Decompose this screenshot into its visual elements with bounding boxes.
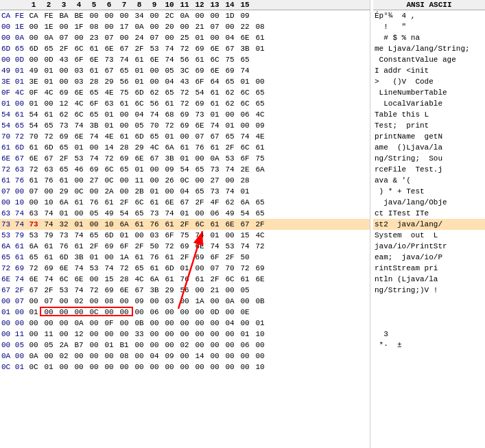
hex-byte[interactable]: 0F [102,319,117,327]
hex-byte[interactable]: 00 [192,363,207,371]
hex-byte[interactable]: 00 [132,308,147,316]
hex-byte[interactable]: 73 [56,231,71,239]
hex-byte[interactable]: 76 [147,220,162,228]
hex-byte[interactable]: 03 [71,67,86,75]
hex-byte[interactable]: 70 [147,121,162,130]
hex-byte[interactable]: 61 [207,220,222,228]
hex-byte[interactable]: 65 [41,45,56,53]
hex-byte[interactable]: 00 [86,12,102,20]
hex-byte[interactable]: 61 [86,67,102,75]
hex-byte[interactable]: 00 [86,330,102,338]
hex-byte[interactable]: 00 [117,34,132,42]
hex-byte[interactable]: 6E [222,220,237,228]
hex-byte[interactable]: 6E [71,275,86,283]
hex-byte[interactable]: 29 [102,78,117,86]
hex-byte[interactable]: 08 [86,23,102,31]
hex-byte[interactable]: 00 [56,78,71,86]
hex-byte[interactable]: 43 [177,78,192,86]
hex-byte[interactable]: 00 [86,297,102,305]
hex-byte[interactable]: 6A [56,198,71,207]
hex-byte[interactable]: 2F [56,45,71,53]
hex-byte[interactable]: 61 [132,253,147,261]
hex-byte[interactable]: 4E [102,89,117,97]
hex-byte[interactable]: 6A [162,143,177,152]
hex-byte[interactable]: 61 [162,99,177,108]
hex-byte[interactable]: 2F [177,220,192,228]
hex-byte[interactable]: 72 [41,132,56,141]
hex-byte[interactable]: 6A [147,275,162,283]
hex-byte[interactable]: 6A [237,198,252,207]
hex-byte[interactable]: 67 [237,220,252,228]
hex-byte[interactable]: 00 [147,165,162,174]
hex-byte[interactable]: 6D [102,231,117,239]
hex-byte[interactable]: 2F [222,253,237,261]
hex-byte[interactable]: 64 [207,78,222,86]
hex-row[interactable]: 01 000100124C6F63616C5661726961626C65 [0,98,370,109]
hex-byte[interactable]: 00 [237,352,252,360]
hex-byte[interactable]: 00 [102,330,117,338]
hex-byte[interactable]: 00 [222,110,237,119]
hex-byte[interactable]: 0B [252,297,268,305]
hex-byte[interactable]: 3B [237,45,252,53]
hex-byte[interactable]: 00 [26,23,41,31]
hex-byte[interactable]: 00 [252,341,268,349]
hex-byte[interactable]: 53 [222,242,237,250]
hex-byte[interactable]: 74 [192,231,207,239]
hex-byte[interactable]: 73 [26,220,41,228]
hex-byte[interactable]: 3B [86,121,102,130]
hex-byte[interactable]: 69 [192,45,207,53]
hex-row[interactable]: 00 1100110012000000330000000000000110 [0,329,370,340]
hex-byte[interactable]: 2F [177,253,192,261]
hex-byte[interactable]: 73 [192,110,207,119]
hex-byte[interactable]: 0A [132,23,147,31]
hex-byte[interactable]: 61 [26,176,41,185]
hex-byte[interactable]: 61 [207,143,222,152]
hex-byte[interactable]: 75 [177,231,192,239]
hex-byte[interactable]: 28 [237,176,252,185]
hex-byte[interactable]: 6E [26,154,41,163]
hex-byte[interactable]: 00 [41,99,56,108]
hex-byte[interactable]: 05 [41,341,56,349]
hex-byte[interactable]: 74 [71,286,86,294]
hex-byte[interactable]: 49 [222,209,237,217]
hex-byte[interactable]: 72 [237,264,252,272]
hex-byte[interactable]: 01 [117,231,132,239]
hex-byte[interactable]: 10 [252,363,268,371]
hex-byte[interactable]: 6C [222,275,237,283]
hex-byte[interactable]: 74 [162,56,177,64]
hex-byte[interactable]: 00 [117,297,132,305]
hex-byte[interactable]: 74 [222,187,237,196]
hex-byte[interactable]: 54 [26,121,41,130]
hex-byte[interactable]: 76 [86,198,102,207]
hex-byte[interactable]: 76 [192,143,207,152]
hex-byte[interactable]: 05 [86,209,102,217]
hex-byte[interactable]: 6E [237,34,252,42]
hex-byte[interactable]: 74 [147,110,162,119]
hex-byte[interactable]: 07 [207,264,222,272]
hex-byte[interactable]: 6D [41,143,56,152]
hex-byte[interactable]: 32 [56,220,71,228]
hex-byte[interactable]: 72 [117,264,132,272]
hex-byte[interactable]: 00 [117,110,132,119]
hex-byte[interactable]: 61 [71,242,86,250]
hex-byte[interactable]: 6E [192,242,207,250]
hex-byte[interactable]: 34 [132,12,147,20]
hex-byte[interactable]: 06 [147,308,162,316]
hex-byte[interactable]: 0B [132,319,147,327]
hex-byte[interactable]: 67 [26,286,41,294]
hex-byte[interactable]: 1E [41,23,56,31]
hex-byte[interactable]: 61 [117,132,132,141]
hex-byte[interactable]: 01 [177,209,192,217]
hex-byte[interactable]: 27 [86,176,102,185]
hex-byte[interactable]: 14 [102,143,117,152]
hex-byte[interactable]: 04 [162,78,177,86]
hex-byte[interactable]: 73 [56,121,71,130]
hex-byte[interactable]: 09 [237,12,252,20]
hex-byte[interactable]: 00 [86,341,102,349]
hex-byte[interactable]: 00 [86,187,102,196]
hex-byte[interactable]: 69 [177,242,192,250]
hex-byte[interactable]: 73 [147,209,162,217]
hex-byte[interactable]: 00 [56,297,71,305]
hex-byte[interactable]: 6E [117,286,132,294]
hex-byte[interactable]: 65 [252,99,268,108]
